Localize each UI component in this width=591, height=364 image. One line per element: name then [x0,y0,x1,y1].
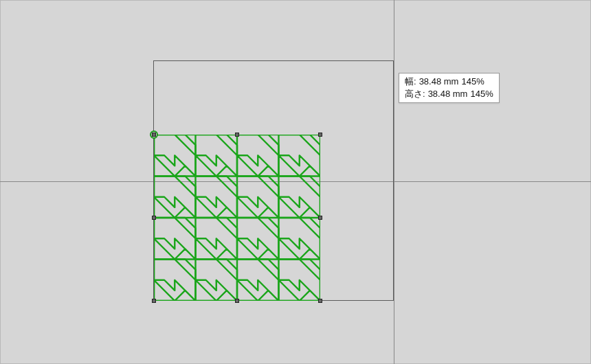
height-percent: 145% [470,88,493,100]
height-label: 高さ: [405,88,425,100]
resize-handle-ne[interactable] [318,133,322,137]
dimensions-tooltip: 幅: 38.48 mm 145% 高さ: 38.48 mm 145% [399,73,500,103]
resize-handle-s[interactable] [235,299,239,303]
width-label: 幅: [405,76,416,88]
pattern-svg [154,135,320,301]
guide-vertical [394,0,394,364]
resize-handle-se[interactable] [318,299,322,303]
height-value: 38.48 mm [428,88,468,100]
houndstooth-pattern-object[interactable] [154,135,320,301]
width-value: 38.48 mm [419,76,459,88]
resize-handle-n[interactable] [235,133,239,137]
resize-handle-e[interactable] [318,216,322,220]
resize-handle-w[interactable] [152,216,156,220]
width-percent: 145% [461,76,484,88]
resize-handle-sw[interactable] [152,299,156,303]
resize-handle-nw[interactable] [152,133,156,137]
